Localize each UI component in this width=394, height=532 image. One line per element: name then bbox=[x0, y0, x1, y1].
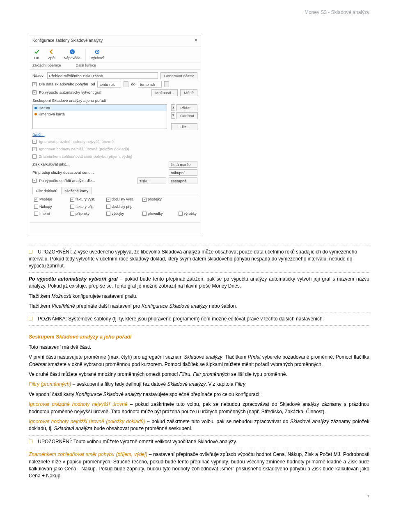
para-second: Ve druhé části můžete vybrané množiny pr… bbox=[29, 371, 369, 378]
tab-filtr[interactable]: Filtr dokladů bbox=[32, 187, 61, 195]
text: . Viz kapitola bbox=[206, 381, 235, 387]
ignore-top-checkbox[interactable] bbox=[32, 140, 37, 144]
dotted-divider bbox=[29, 325, 369, 326]
prodej-select[interactable]: nákupní bbox=[169, 169, 197, 176]
chk-vydejky[interactable] bbox=[106, 212, 110, 216]
text-ital: Skladové analýzy bbox=[167, 381, 206, 387]
bullet-icon bbox=[34, 107, 37, 109]
chk-prevodky[interactable] bbox=[142, 212, 147, 216]
back-button[interactable]: Zpět bbox=[44, 48, 60, 62]
text-ital: Konfigurace Skladové analýzy bbox=[76, 392, 142, 397]
from-picker-icon[interactable] bbox=[124, 81, 128, 87]
chk-faktvyst[interactable] bbox=[70, 198, 74, 202]
close-icon[interactable]: × bbox=[195, 37, 197, 44]
sort-dir-select[interactable]: sestupně bbox=[169, 177, 197, 184]
tab-bar: Filtr dokladů Složené karty bbox=[32, 187, 197, 195]
heading-grouping: Seskupení Skladové analýzy a jeho pořadí bbox=[29, 333, 369, 341]
dialog-title: Konfigurace šablony Skladové analýzy bbox=[32, 38, 103, 44]
page-number: 7 bbox=[29, 494, 369, 500]
remove-button[interactable]: Odebrat bbox=[176, 112, 198, 119]
text: Tlačítkem bbox=[29, 303, 51, 309]
grouping-listbox[interactable]: Datum Kmenová karta bbox=[32, 104, 167, 129]
to-field[interactable]: tento rok bbox=[138, 81, 162, 88]
list-item-label: Datum bbox=[39, 105, 50, 111]
list-item-kmen[interactable]: Kmenová karta bbox=[33, 111, 167, 117]
dotted-divider bbox=[29, 448, 369, 448]
chk-nakupy[interactable] bbox=[34, 205, 38, 209]
lbl-vydejky: výdejky bbox=[112, 211, 124, 216]
to-picker-icon[interactable] bbox=[164, 81, 169, 87]
para-autograph: Po výpočtu automaticky vytvořit graf – p… bbox=[29, 276, 369, 290]
text: . Tlačítkem bbox=[222, 354, 248, 360]
dotted-divider bbox=[29, 272, 369, 273]
from-field[interactable]: tento rok bbox=[97, 81, 121, 88]
to-label: do bbox=[131, 81, 135, 87]
lbl-interni: Interní bbox=[39, 211, 50, 216]
para-options: Tlačítkem Možnosti konfigurujete nastave… bbox=[29, 293, 369, 300]
lbl-faktvyst: faktury vyst. bbox=[76, 197, 95, 202]
para-ign-top: Ignorovat prázdné hodnoty nejvyšší úrovn… bbox=[29, 401, 369, 415]
chk-vyrobky[interactable] bbox=[179, 212, 183, 216]
chk-faktprij[interactable] bbox=[70, 205, 74, 209]
para-sign: Znaménkem zohledňovat směr pohybu (příje… bbox=[29, 451, 369, 480]
dotted-divider bbox=[29, 435, 369, 436]
chk-prodejky[interactable] bbox=[142, 198, 147, 202]
less-button[interactable]: Méně bbox=[180, 89, 197, 96]
bydate-checkbox[interactable] bbox=[32, 82, 37, 86]
text: – seskupení a filtry tedy definují řez d… bbox=[71, 381, 167, 387]
sort-field-select[interactable]: zisku bbox=[137, 177, 166, 184]
dialog-toolbar: OK Zpět ? Nápověda Výchozí bbox=[29, 46, 201, 62]
warning-text: UPOZORNĚNÍ: Touto volbou můžete výrazně … bbox=[38, 439, 237, 444]
ignore-bottom-label: Ignorovat hodnoty nejnižší úrovně (polož… bbox=[39, 146, 129, 152]
ignore-top-label: Ignorovat prázdné hodnoty nejvyšší úrovn… bbox=[39, 139, 114, 145]
lead-filters: Filtry (proměnných) bbox=[29, 381, 71, 387]
name-field[interactable]: Přehled měsíčního zisku zásob bbox=[47, 72, 158, 79]
chk-dlvyst[interactable] bbox=[106, 198, 110, 202]
chk-prijemky[interactable] bbox=[70, 212, 74, 216]
move-down-button[interactable]: ▼ bbox=[171, 112, 175, 119]
chk-dlprij[interactable] bbox=[106, 205, 110, 209]
warning-text: UPOZORNĚNÍ: Z výše uvedeného vyplývá, že… bbox=[29, 249, 357, 269]
help-button[interactable]: ? Nápověda bbox=[60, 48, 85, 62]
prodej-label: Při prodeji služby dosazovat cenu... bbox=[32, 170, 94, 175]
ignore-bottom-checkbox[interactable] bbox=[32, 147, 37, 151]
list-item-label: Kmenová karta bbox=[39, 111, 65, 117]
text: smažete v okně vybranou proměnnou pod ku… bbox=[46, 362, 323, 367]
options-button[interactable]: Možnosti... bbox=[151, 89, 178, 96]
lbl-faktprij: faktury přij. bbox=[76, 204, 94, 210]
ribbon-groups: Základní operace Další funkce bbox=[29, 62, 201, 70]
default-button[interactable]: Výchozí bbox=[87, 48, 108, 62]
lead-ign-top: Ignorovat prázdné hodnoty nejvyšší úrovn… bbox=[29, 401, 128, 407]
bullet-icon bbox=[34, 113, 37, 115]
toolbar-separator bbox=[85, 49, 86, 61]
text-ital: Skladové analýzy bbox=[184, 354, 222, 360]
more-link[interactable]: Další... bbox=[32, 132, 45, 138]
tab-sklady[interactable]: Složené karty bbox=[61, 187, 92, 195]
sign-checkbox[interactable] bbox=[32, 154, 37, 159]
move-up-button[interactable]: ▲ bbox=[171, 104, 175, 111]
ok-label: OK bbox=[34, 55, 39, 61]
filter-button[interactable]: Filtr... bbox=[171, 123, 197, 130]
text: Ve spodní části karty bbox=[29, 392, 76, 397]
chk-prodeje[interactable] bbox=[34, 198, 38, 202]
list-item-datum[interactable]: Datum bbox=[33, 105, 167, 111]
autograph-checkbox[interactable] bbox=[32, 90, 37, 94]
note-icon bbox=[29, 440, 32, 443]
lbl-dlvyst: dod.listy vyst. bbox=[112, 197, 134, 202]
zisk-select[interactable]: čistá marže bbox=[169, 161, 197, 168]
generate-name-button[interactable]: Generovat název bbox=[160, 72, 197, 79]
add-button[interactable]: Přidat... bbox=[176, 104, 197, 111]
back-label: Zpět bbox=[48, 55, 55, 61]
page-header: Money S3 - Skladové analýzy bbox=[29, 9, 369, 16]
gear-icon bbox=[94, 49, 100, 55]
chk-interni[interactable] bbox=[34, 212, 38, 216]
ok-button[interactable]: OK bbox=[30, 48, 44, 62]
warning-block-1: UPOZORNĚNÍ: Z výše uvedeného vyplývá, že… bbox=[29, 249, 369, 270]
text-ital: Více/Méně bbox=[51, 303, 75, 309]
note-text: POZNÁMKA: Systémové šablony (tj. ty, kte… bbox=[38, 316, 324, 322]
text-ital: Skladová analýza bbox=[54, 426, 92, 431]
sort-checkbox[interactable] bbox=[32, 179, 37, 183]
lbl-prijemky: příjemky bbox=[76, 211, 89, 216]
text: V první části nastavujete proměnné (max.… bbox=[29, 354, 184, 360]
para-bottom: Ve spodní části karty Konfigurace Sklado… bbox=[29, 391, 369, 398]
